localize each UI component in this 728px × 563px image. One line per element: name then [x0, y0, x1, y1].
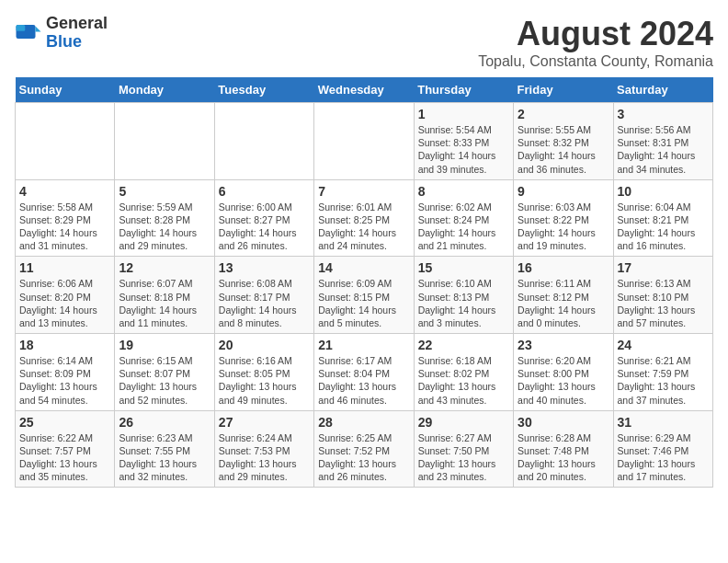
calendar-cell: 17Sunrise: 6:13 AM Sunset: 8:10 PM Dayli… [613, 257, 712, 334]
calendar-cell [16, 103, 115, 180]
day-number: 13 [219, 260, 310, 275]
calendar-cell: 14Sunrise: 6:09 AM Sunset: 8:15 PM Dayli… [314, 257, 414, 334]
day-number: 3 [618, 107, 709, 121]
weekday-header: Sunday [16, 77, 115, 103]
calendar-cell: 10Sunrise: 6:04 AM Sunset: 8:21 PM Dayli… [613, 179, 712, 257]
calendar-week-row: 4Sunrise: 5:58 AM Sunset: 8:29 PM Daylig… [16, 179, 713, 257]
day-number: 26 [119, 415, 210, 430]
day-info: Sunrise: 5:55 AM Sunset: 8:32 PM Dayligh… [518, 123, 609, 176]
day-info: Sunrise: 6:03 AM Sunset: 8:22 PM Dayligh… [518, 201, 609, 253]
day-info: Sunrise: 5:56 AM Sunset: 8:31 PM Dayligh… [618, 123, 709, 176]
day-info: Sunrise: 5:59 AM Sunset: 8:28 PM Dayligh… [119, 201, 210, 253]
calendar-cell [314, 103, 414, 180]
weekday-header: Tuesday [214, 77, 313, 103]
calendar-cell: 5Sunrise: 5:59 AM Sunset: 8:28 PM Daylig… [115, 179, 214, 257]
calendar-cell: 31Sunrise: 6:29 AM Sunset: 7:46 PM Dayli… [613, 410, 712, 488]
day-number: 6 [219, 184, 310, 199]
weekday-header: Monday [115, 77, 214, 103]
day-number: 10 [618, 184, 709, 199]
calendar-cell: 21Sunrise: 6:17 AM Sunset: 8:04 PM Dayli… [314, 334, 414, 411]
day-info: Sunrise: 6:13 AM Sunset: 8:10 PM Dayligh… [618, 277, 709, 329]
page-header: General Blue August 2024 Topalu, Constan… [15, 15, 713, 70]
calendar-cell: 2Sunrise: 5:55 AM Sunset: 8:32 PM Daylig… [514, 103, 613, 180]
day-info: Sunrise: 6:14 AM Sunset: 8:09 PM Dayligh… [19, 354, 110, 407]
calendar-cell: 8Sunrise: 6:02 AM Sunset: 8:24 PM Daylig… [414, 179, 513, 257]
day-info: Sunrise: 6:28 AM Sunset: 7:48 PM Dayligh… [518, 431, 609, 484]
calendar-week-row: 11Sunrise: 6:06 AM Sunset: 8:20 PM Dayli… [16, 257, 713, 334]
logo-icon [15, 19, 42, 47]
calendar-week-row: 25Sunrise: 6:22 AM Sunset: 7:57 PM Dayli… [16, 410, 713, 488]
location: Topalu, Constanta County, Romania [478, 53, 713, 70]
day-number: 25 [19, 415, 110, 430]
month-title: August 2024 [478, 15, 713, 53]
day-number: 22 [418, 338, 509, 352]
calendar-cell: 27Sunrise: 6:24 AM Sunset: 7:53 PM Dayli… [214, 410, 313, 488]
calendar-cell: 30Sunrise: 6:28 AM Sunset: 7:48 PM Dayli… [514, 410, 613, 488]
day-info: Sunrise: 6:16 AM Sunset: 8:05 PM Dayligh… [219, 354, 310, 407]
day-number: 30 [518, 415, 609, 430]
day-info: Sunrise: 6:17 AM Sunset: 8:04 PM Dayligh… [318, 354, 409, 407]
calendar-cell: 9Sunrise: 6:03 AM Sunset: 8:22 PM Daylig… [514, 179, 613, 257]
day-number: 8 [418, 184, 509, 199]
day-info: Sunrise: 6:27 AM Sunset: 7:50 PM Dayligh… [418, 431, 509, 484]
calendar-cell: 16Sunrise: 6:11 AM Sunset: 8:12 PM Dayli… [514, 257, 613, 334]
calendar-cell: 23Sunrise: 6:20 AM Sunset: 8:00 PM Dayli… [514, 334, 613, 411]
day-info: Sunrise: 6:07 AM Sunset: 8:18 PM Dayligh… [119, 277, 210, 329]
calendar-cell: 15Sunrise: 6:10 AM Sunset: 8:13 PM Dayli… [414, 257, 513, 334]
weekday-header: Thursday [414, 77, 513, 103]
day-info: Sunrise: 6:24 AM Sunset: 7:53 PM Dayligh… [219, 431, 310, 484]
calendar-cell: 22Sunrise: 6:18 AM Sunset: 8:02 PM Dayli… [414, 334, 513, 411]
day-number: 21 [318, 338, 409, 352]
calendar-cell: 11Sunrise: 6:06 AM Sunset: 8:20 PM Dayli… [16, 257, 115, 334]
day-number: 27 [219, 415, 310, 430]
calendar-cell [115, 103, 214, 180]
day-info: Sunrise: 6:18 AM Sunset: 8:02 PM Dayligh… [418, 354, 509, 407]
day-info: Sunrise: 6:06 AM Sunset: 8:20 PM Dayligh… [19, 277, 110, 329]
day-info: Sunrise: 6:11 AM Sunset: 8:12 PM Dayligh… [518, 277, 609, 329]
calendar-week-row: 18Sunrise: 6:14 AM Sunset: 8:09 PM Dayli… [16, 334, 713, 411]
calendar-cell: 4Sunrise: 5:58 AM Sunset: 8:29 PM Daylig… [16, 179, 115, 257]
day-number: 20 [219, 338, 310, 352]
day-info: Sunrise: 6:02 AM Sunset: 8:24 PM Dayligh… [418, 201, 509, 253]
day-info: Sunrise: 6:08 AM Sunset: 8:17 PM Dayligh… [219, 277, 310, 329]
day-info: Sunrise: 6:09 AM Sunset: 8:15 PM Dayligh… [318, 277, 409, 329]
day-info: Sunrise: 6:29 AM Sunset: 7:46 PM Dayligh… [618, 431, 709, 484]
day-info: Sunrise: 6:01 AM Sunset: 8:25 PM Dayligh… [318, 201, 409, 253]
calendar-cell: 1Sunrise: 5:54 AM Sunset: 8:33 PM Daylig… [414, 103, 513, 180]
calendar-week-row: 1Sunrise: 5:54 AM Sunset: 8:33 PM Daylig… [16, 103, 713, 180]
day-info: Sunrise: 6:04 AM Sunset: 8:21 PM Dayligh… [618, 201, 709, 253]
calendar-cell: 20Sunrise: 6:16 AM Sunset: 8:05 PM Dayli… [214, 334, 313, 411]
title-section: August 2024 Topalu, Constanta County, Ro… [478, 15, 713, 70]
calendar-cell: 6Sunrise: 6:00 AM Sunset: 8:27 PM Daylig… [214, 179, 313, 257]
calendar-cell: 19Sunrise: 6:15 AM Sunset: 8:07 PM Dayli… [115, 334, 214, 411]
calendar-cell: 29Sunrise: 6:27 AM Sunset: 7:50 PM Dayli… [414, 410, 513, 488]
day-number: 1 [418, 107, 509, 121]
day-number: 2 [518, 107, 609, 121]
day-info: Sunrise: 6:00 AM Sunset: 8:27 PM Dayligh… [219, 201, 310, 253]
day-number: 19 [119, 338, 210, 352]
calendar-cell: 26Sunrise: 6:23 AM Sunset: 7:55 PM Dayli… [115, 410, 214, 488]
day-number: 16 [518, 260, 609, 275]
day-number: 31 [618, 415, 709, 430]
calendar-cell: 28Sunrise: 6:25 AM Sunset: 7:52 PM Dayli… [314, 410, 414, 488]
day-number: 23 [518, 338, 609, 352]
calendar-cell: 12Sunrise: 6:07 AM Sunset: 8:18 PM Dayli… [115, 257, 214, 334]
day-number: 5 [119, 184, 210, 199]
day-number: 4 [19, 184, 110, 199]
logo-blue-text: Blue [46, 33, 108, 52]
day-number: 18 [19, 338, 110, 352]
calendar-cell: 3Sunrise: 5:56 AM Sunset: 8:31 PM Daylig… [613, 103, 712, 180]
svg-rect-2 [17, 25, 26, 31]
day-info: Sunrise: 6:21 AM Sunset: 7:59 PM Dayligh… [618, 354, 709, 407]
day-number: 15 [418, 260, 509, 275]
calendar-header-row: SundayMondayTuesdayWednesdayThursdayFrid… [16, 77, 713, 103]
calendar-cell: 7Sunrise: 6:01 AM Sunset: 8:25 PM Daylig… [314, 179, 414, 257]
day-info: Sunrise: 5:54 AM Sunset: 8:33 PM Dayligh… [418, 123, 509, 176]
weekday-header: Friday [514, 77, 613, 103]
calendar-cell [214, 103, 313, 180]
day-info: Sunrise: 6:10 AM Sunset: 8:13 PM Dayligh… [418, 277, 509, 329]
day-number: 28 [318, 415, 409, 430]
day-number: 11 [19, 260, 110, 275]
calendar-cell: 18Sunrise: 6:14 AM Sunset: 8:09 PM Dayli… [16, 334, 115, 411]
day-info: Sunrise: 6:23 AM Sunset: 7:55 PM Dayligh… [119, 431, 210, 484]
